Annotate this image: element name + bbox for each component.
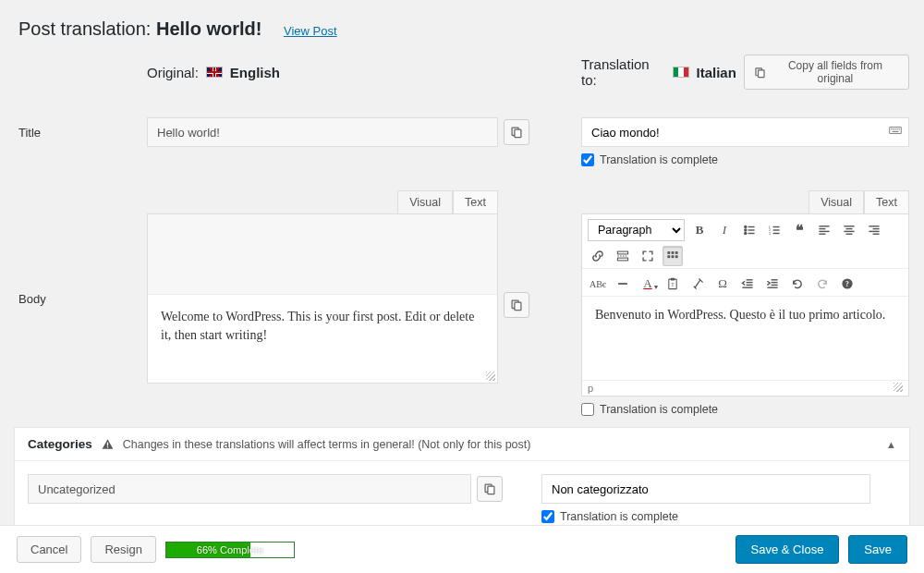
footer-bar: Cancel Resign 66% Complete Save & Close … xyxy=(0,525,924,573)
format-select[interactable]: Paragraph xyxy=(588,219,685,241)
italic-icon[interactable]: I xyxy=(714,220,735,240)
translation-body-editor: Paragraph B I 123 ❝ ABє xyxy=(581,213,909,396)
svg-point-17 xyxy=(745,232,747,234)
translation-language: Italian xyxy=(697,65,736,80)
svg-rect-42 xyxy=(675,251,678,254)
svg-text:T: T xyxy=(671,282,675,287)
save-button[interactable]: Save xyxy=(848,535,907,564)
translation-text-tab[interactable]: Text xyxy=(864,190,909,213)
body-complete-checkbox-row[interactable]: Translation is complete xyxy=(581,403,909,416)
bullet-list-icon[interactable] xyxy=(739,220,760,240)
page-title-prefix: Post translation: xyxy=(18,18,156,39)
save-close-button[interactable]: Save & Close xyxy=(736,535,840,564)
copy-icon xyxy=(754,67,766,79)
numbered-list-icon[interactable]: 123 xyxy=(764,220,784,240)
copy-all-fields-button[interactable]: Copy all fields from original xyxy=(744,55,909,90)
svg-rect-4 xyxy=(890,128,902,134)
categories-header: Categories Changes in these translations… xyxy=(15,428,909,461)
help-icon[interactable]: ? xyxy=(837,274,857,294)
original-text-tab[interactable]: Text xyxy=(453,190,498,213)
svg-rect-61 xyxy=(107,446,108,447)
align-left-icon[interactable] xyxy=(814,220,834,240)
page-header: Post translation: Hello world! View Post xyxy=(0,0,924,55)
align-right-icon[interactable] xyxy=(864,220,884,240)
indent-icon[interactable] xyxy=(762,274,783,294)
editor-toolbar-row2: ABє A▾ T Ω ? xyxy=(582,269,908,297)
svg-rect-3 xyxy=(515,129,521,137)
align-center-icon[interactable] xyxy=(839,220,859,240)
body-complete-label: Translation is complete xyxy=(600,403,718,416)
categories-warning: Changes in these translations will affec… xyxy=(123,438,531,451)
svg-rect-9 xyxy=(899,128,900,129)
translation-title-input[interactable] xyxy=(581,117,909,147)
italy-flag-icon xyxy=(673,67,688,78)
svg-rect-5 xyxy=(891,128,892,129)
link-icon[interactable] xyxy=(588,246,608,266)
category-complete-label: Translation is complete xyxy=(560,510,678,523)
copy-all-label: Copy all fields from original xyxy=(772,59,899,85)
progress-bar: 66% Complete xyxy=(165,542,295,558)
category-original-input xyxy=(28,474,471,504)
horizontal-rule-icon[interactable] xyxy=(613,274,633,294)
progress-label: 66% Complete xyxy=(166,543,294,557)
svg-rect-44 xyxy=(672,255,675,258)
fullscreen-icon[interactable] xyxy=(638,246,658,266)
editor-path: p xyxy=(588,383,593,394)
bold-icon[interactable]: B xyxy=(689,220,710,240)
translation-body-content[interactable]: Benvenuto in WordPress. Questo è il tuo … xyxy=(582,297,908,380)
svg-rect-1 xyxy=(758,69,764,77)
title-row-label: Title xyxy=(18,117,147,166)
original-body-content: Welcome to WordPress. This is your first… xyxy=(148,294,497,383)
readmore-icon[interactable] xyxy=(613,246,633,266)
svg-text:?: ? xyxy=(845,280,849,288)
svg-point-15 xyxy=(745,229,747,231)
text-color-icon[interactable]: A▾ xyxy=(638,274,658,294)
editor-toolbar-row1: Paragraph B I 123 ❝ xyxy=(582,214,908,269)
svg-rect-12 xyxy=(515,302,521,310)
title-complete-checkbox-row[interactable]: Translation is complete xyxy=(581,153,909,166)
page-title-post: Hello world! xyxy=(156,18,261,39)
resign-button[interactable]: Resign xyxy=(91,536,155,563)
svg-rect-60 xyxy=(107,443,108,446)
title-complete-checkbox[interactable] xyxy=(581,153,594,166)
copy-category-button[interactable] xyxy=(477,476,503,502)
translation-header: Translation to: Italian Copy all fields … xyxy=(581,55,909,101)
outdent-icon[interactable] xyxy=(737,274,758,294)
svg-rect-45 xyxy=(675,255,678,258)
svg-rect-48 xyxy=(671,278,675,281)
category-complete-checkbox[interactable] xyxy=(541,510,554,523)
undo-icon[interactable] xyxy=(787,274,808,294)
svg-rect-63 xyxy=(488,486,494,494)
clear-formatting-icon[interactable] xyxy=(687,274,708,294)
svg-rect-8 xyxy=(896,128,897,129)
collapse-toggle-icon[interactable]: ▲ xyxy=(886,439,896,450)
categories-section: Categories Changes in these translations… xyxy=(14,427,910,537)
page-title: Post translation: Hello world! xyxy=(18,18,267,39)
blockquote-icon[interactable]: ❝ xyxy=(789,220,809,240)
original-visual-tab[interactable]: Visual xyxy=(397,190,453,213)
keyboard-icon xyxy=(889,124,902,137)
toolbar-toggle-icon[interactable] xyxy=(663,246,683,266)
translation-label: Translation to: xyxy=(581,56,665,88)
redo-icon[interactable] xyxy=(812,274,833,294)
strikethrough-icon[interactable]: ABє xyxy=(588,274,608,294)
special-char-icon[interactable]: Ω xyxy=(712,274,733,294)
view-post-link[interactable]: View Post xyxy=(284,24,337,38)
copy-title-button[interactable] xyxy=(504,119,529,145)
resize-handle-icon[interactable] xyxy=(894,383,903,392)
svg-rect-39 xyxy=(617,258,627,261)
original-title-input xyxy=(147,117,498,147)
cancel-button[interactable]: Cancel xyxy=(17,536,81,563)
paste-text-icon[interactable]: T xyxy=(663,274,683,294)
svg-rect-37 xyxy=(617,251,627,254)
category-translation-input[interactable] xyxy=(541,474,870,504)
category-complete-checkbox-row[interactable]: Translation is complete xyxy=(541,510,870,523)
categories-title: Categories xyxy=(28,437,92,451)
body-complete-checkbox[interactable] xyxy=(581,403,594,416)
body-row-label: Body xyxy=(18,190,147,416)
translation-visual-tab[interactable]: Visual xyxy=(808,190,864,213)
warning-icon xyxy=(102,438,114,450)
original-header: Original: English xyxy=(147,55,498,101)
copy-body-button[interactable] xyxy=(504,292,529,318)
svg-rect-6 xyxy=(893,128,894,129)
